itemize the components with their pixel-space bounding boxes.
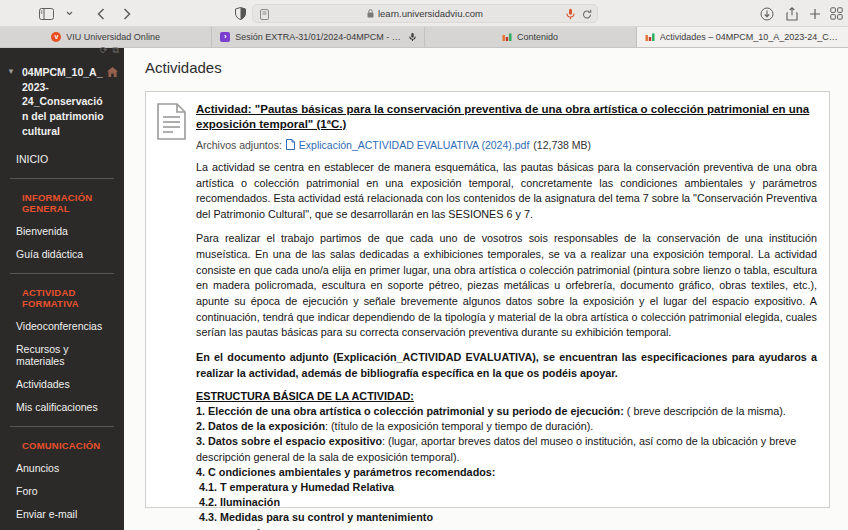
sidebar-header-informacion-general: INFORMACIÓN GENERAL <box>0 192 124 214</box>
safari-window: learn.universidadviu.com v VIU Universid… <box>0 0 848 530</box>
list-item: 4.3. Medidas para su control y mantenimi… <box>196 510 817 525</box>
new-tab-icon[interactable] <box>806 5 824 22</box>
collapse-triangle-icon[interactable]: ▼ <box>7 66 15 77</box>
attachments-label: Archivos adjuntos: <box>196 139 282 151</box>
microphone-icon[interactable] <box>566 8 575 22</box>
document-icon <box>157 103 186 144</box>
share-icon[interactable] <box>783 5 801 22</box>
sidebar-item-mis-calificaciones[interactable]: Mis calificaciones <box>0 401 124 413</box>
sidebar-item-anuncios[interactable]: Anuncios <box>0 462 124 474</box>
reader-icon[interactable] <box>260 9 269 22</box>
pdf-file-icon <box>286 139 295 150</box>
back-button[interactable] <box>92 5 110 22</box>
activity-card: Actividad: "Pautas básicas para la conse… <box>145 91 830 508</box>
tab-label: Contenido <box>517 32 558 42</box>
sidebar-item-enviar-email[interactable]: Enviar e-mail <box>0 508 124 520</box>
divider <box>10 178 114 179</box>
sidebar-item-inicio[interactable]: INICIO <box>0 153 124 165</box>
external-window-icon[interactable]: ⧉ <box>113 45 119 56</box>
tab-overview-icon[interactable] <box>827 5 845 22</box>
url-text[interactable]: learn.universidadviu.com <box>378 8 483 19</box>
sidebar-item-actividades[interactable]: Actividades <box>0 378 124 390</box>
sidebar-item-bienvenida[interactable]: Bienvenida <box>0 225 124 237</box>
collaborate-favicon: › <box>220 32 230 42</box>
tab-viu-home[interactable]: v VIU Universidad Online <box>0 27 212 47</box>
tab-label: Actividades – 04MPCM_10_A_2023-24_Conser… <box>660 32 840 42</box>
downloads-icon[interactable] <box>758 5 776 22</box>
sidebar-item-guia-didactica[interactable]: Guía didáctica <box>0 248 124 260</box>
course-sidebar: ⟳ ⧉ ▼ 04MPCM_10_A_2023-24_Conservación d… <box>0 48 124 530</box>
main-content: Actividades Actividad: "Pautas básicas p… <box>124 48 848 530</box>
tab-actividades[interactable]: Actividades – 04MPCM_10_A_2023-24_Conser… <box>637 27 848 47</box>
sidebar-toggle-icon[interactable] <box>37 5 55 22</box>
sidebar-toggle-chevron-icon[interactable] <box>60 5 78 22</box>
sidebar-item-videoconferencias[interactable]: Videoconferencias <box>0 320 124 332</box>
list-item: 3. Datos sobre el espacio expositivo: (l… <box>196 434 817 464</box>
list-item: 4. C ondiciones ambientales y parámetros… <box>196 465 817 480</box>
paragraph-intro: La actividad se centra en establecer de … <box>196 160 817 223</box>
tab-label: VIU Universidad Online <box>66 32 160 42</box>
reload-icon[interactable] <box>582 9 592 22</box>
divider <box>10 273 114 274</box>
section-heading-estructura: ESTRUCTURA BÁSICA DE LA ACTIVIDAD: <box>196 390 414 402</box>
attachments-row: Archivos adjuntos: Explicación_ACTIVIDAD… <box>196 139 817 151</box>
sidebar-item-foro[interactable]: Foro <box>0 485 124 497</box>
forward-button[interactable] <box>118 5 136 22</box>
sidebar-item-recursos-y-materiales[interactable]: Recursos y materiales <box>0 343 124 367</box>
page-title: Actividades <box>124 48 848 76</box>
list-item: 4.1. T emperatura y Humedad Relativa <box>196 480 817 495</box>
privacy-shield-icon[interactable] <box>231 5 249 22</box>
lock-icon <box>367 9 374 18</box>
paragraph-task: Para realizar el trabajo partimos de que… <box>196 231 817 340</box>
refresh-icon[interactable]: ⟳ <box>100 45 108 56</box>
blackboard-favicon <box>645 32 655 42</box>
list-item: 4.2. Iluminación <box>196 495 817 510</box>
viu-favicon: v <box>51 32 61 42</box>
home-icon[interactable] <box>107 66 118 81</box>
attachment-size: (12,738 MB) <box>533 139 591 151</box>
tab-class-collaborate[interactable]: › Sesión EXTRA-31/01/2024-04MPCM - Class… <box>212 27 424 47</box>
browser-toolbar: learn.universidadviu.com <box>0 0 848 27</box>
tab-contenido[interactable]: Contenido <box>425 27 637 47</box>
paragraph-attachment-note: En el documento adjunto (Explicación_ACT… <box>196 350 817 381</box>
course-title[interactable]: ▼ 04MPCM_10_A_2023-24_Conservación del p… <box>0 65 124 138</box>
sidebar-top-icons: ⟳ ⧉ <box>100 45 119 56</box>
tab-label: Sesión EXTRA-31/01/2024-04MPCM - Class C… <box>235 32 403 42</box>
sidebar-header-actividad-formativa: ACTIVIDAD FORMATIVA <box>0 287 124 309</box>
tab-audio-mic-icon[interactable] <box>409 32 416 42</box>
list-item: 1. Elección de una obra artística o cole… <box>196 404 817 419</box>
estructura-list: 1. Elección de una obra artística o cole… <box>196 404 817 525</box>
list-item: 2. Datos de la exposición: (título de la… <box>196 419 817 434</box>
attachment-link[interactable]: Explicación_ACTIVIDAD EVALUATIVA (2024).… <box>299 139 530 151</box>
sidebar-header-comunicacion: COMUNICACIÓN <box>0 440 124 451</box>
divider <box>10 426 114 427</box>
tab-bar: v VIU Universidad Online › Sesión EXTRA-… <box>0 27 848 48</box>
blackboard-favicon <box>502 32 512 42</box>
address-bar[interactable]: learn.universidadviu.com <box>252 4 598 23</box>
activity-title[interactable]: Actividad: "Pautas básicas para la conse… <box>196 102 817 132</box>
